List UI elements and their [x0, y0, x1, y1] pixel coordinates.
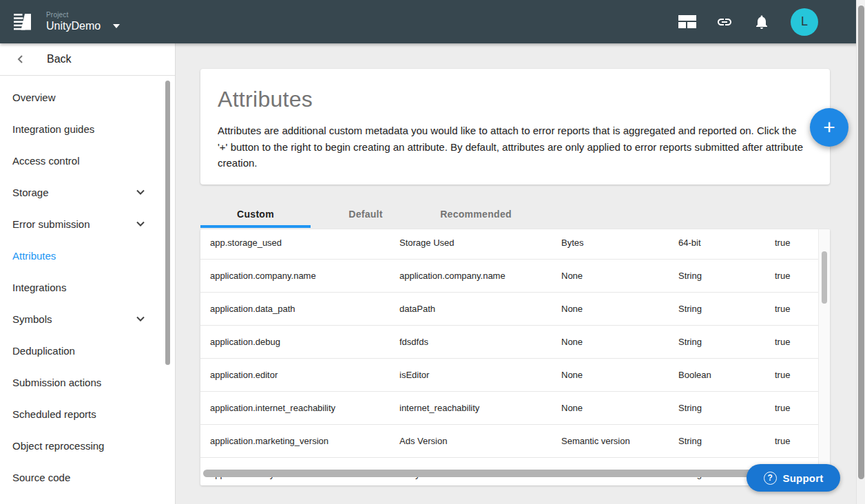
table-scrollbar-track[interactable] — [818, 229, 830, 485]
layout-quilt-icon[interactable] — [679, 14, 696, 30]
table-cell: true — [775, 238, 818, 248]
help-icon: ? — [764, 472, 777, 485]
sidebar-item-label: Overview — [12, 92, 56, 103]
table-cell: None — [561, 337, 678, 347]
table-cell: String — [678, 403, 775, 413]
sidebar-item-access-control[interactable]: Access control — [0, 145, 175, 176]
add-attribute-button[interactable]: + — [810, 108, 848, 147]
table-cell: true — [775, 271, 818, 281]
page-scrollbar-track[interactable] — [856, 0, 865, 504]
table-cell: Boolean — [678, 370, 775, 380]
table-scrollbar-thumb[interactable] — [822, 251, 827, 304]
page-description: Attributes are additional custom metadat… — [218, 123, 804, 171]
sidebar-item-label: Integration guides — [12, 123, 94, 135]
backtrace-logo-icon[interactable] — [10, 10, 35, 34]
table-horizontal-scrollbar-thumb[interactable] — [203, 470, 782, 477]
table-cell: None — [561, 304, 678, 314]
sidebar-item-label: Deduplication — [12, 345, 75, 357]
sidebar-item-storage[interactable]: Storage — [0, 176, 175, 208]
chevron-down-icon — [135, 187, 146, 198]
table-cell: Storage Used — [399, 238, 561, 248]
sidebar-item-integration-guides[interactable]: Integration guides — [0, 113, 175, 145]
link-icon[interactable] — [716, 14, 733, 30]
table-cell: String — [678, 337, 775, 347]
sidebar-item-integrations[interactable]: Integrations — [0, 271, 175, 303]
table-cell: true — [775, 370, 818, 380]
table-row[interactable]: application.internet_reachabilityinterne… — [200, 392, 818, 425]
chevron-down-icon — [113, 24, 120, 28]
table-cell: Bytes — [561, 238, 678, 248]
sidebar-item-overview[interactable]: Overview — [0, 81, 175, 113]
attribute-tabs: CustomDefaultRecommended — [200, 200, 531, 228]
table-cell: application.internet_reachability — [210, 403, 399, 413]
table-row[interactable]: application.debugfdsdfdsNoneStringtrue — [200, 326, 818, 359]
sidebar-item-label: Symbols — [12, 313, 52, 325]
back-label: Back — [47, 53, 72, 65]
table-cell: String — [678, 304, 775, 314]
table-row[interactable]: application.editorisEditorNoneBooleantru… — [200, 359, 818, 392]
table-cell: application.marketing_version — [210, 436, 399, 446]
attributes-table: app.storage_usedStorage UsedBytes64-bitt… — [200, 229, 818, 485]
sidebar-item-submission-actions[interactable]: Submission actions — [0, 366, 175, 398]
tab-recommended[interactable]: Recommended — [421, 200, 531, 228]
table-cell: application.company.name — [210, 271, 399, 281]
sidebar-item-scheduled-reports[interactable]: Scheduled reports — [0, 398, 175, 430]
sidebar-item-label: Storage — [12, 187, 49, 198]
back-button[interactable]: Back — [0, 43, 175, 76]
support-button[interactable]: ? Support — [747, 464, 840, 492]
project-selector[interactable]: Project UnityDemo — [46, 11, 120, 32]
sidebar-item-symbols[interactable]: Symbols — [0, 303, 175, 335]
page-title: Attributes — [218, 87, 812, 112]
sidebar-scrollbar[interactable] — [165, 81, 170, 365]
project-name: UnityDemo — [46, 20, 101, 32]
plus-icon: + — [823, 117, 835, 138]
sidebar-item-label: Object reprocessing — [12, 440, 104, 452]
table-row[interactable]: app.storage_usedStorage UsedBytes64-bitt… — [200, 229, 818, 260]
table-row[interactable]: application.marketing_versionAds Version… — [200, 425, 818, 458]
sidebar-item-attributes[interactable]: Attributes — [0, 240, 175, 271]
sidebar-item-label: Scheduled reports — [12, 408, 96, 420]
table-cell: Ads Version — [399, 436, 561, 446]
table-cell: application.data_path — [210, 304, 399, 314]
sidebar-item-error-submission[interactable]: Error submission — [0, 208, 175, 240]
table-cell: fdsdfds — [399, 337, 561, 347]
bell-icon[interactable] — [753, 14, 770, 30]
tab-label: Recommended — [440, 209, 512, 220]
sidebar-item-label: Submission actions — [12, 377, 101, 388]
table-cell: None — [561, 403, 678, 413]
table-cell: isEditor — [399, 370, 561, 380]
chevron-down-icon — [135, 218, 146, 229]
attributes-header-card: Attributes Attributes are additional cus… — [200, 69, 830, 185]
table-row[interactable]: application.company.nameapplication.comp… — [200, 260, 818, 293]
table-cell: application.editor — [210, 370, 399, 380]
table-cell: app.storage_used — [210, 238, 399, 248]
tab-label: Default — [348, 209, 383, 220]
table-cell: application.company.name — [399, 271, 561, 281]
sidebar-item-source-code[interactable]: Source code — [0, 461, 175, 493]
support-label: Support — [783, 472, 824, 484]
project-label: Project — [46, 11, 120, 19]
table-cell: None — [561, 370, 678, 380]
chevron-left-icon — [15, 54, 26, 65]
table-cell: true — [775, 403, 818, 413]
sidebar-item-deduplication[interactable]: Deduplication — [0, 335, 175, 366]
table-cell: Semantic version — [561, 436, 678, 446]
user-avatar[interactable]: L — [791, 8, 818, 36]
table-cell: true — [775, 304, 818, 314]
table-cell: internet_reachability — [399, 403, 561, 413]
sidebar-nav: OverviewIntegration guidesAccess control… — [0, 76, 175, 493]
tab-custom[interactable]: Custom — [200, 200, 311, 228]
top-bar: Project UnityDemo L — [0, 0, 865, 43]
sidebar-item-label: Source code — [12, 472, 70, 483]
chevron-down-icon — [135, 313, 146, 324]
sidebar-item-object-reprocessing[interactable]: Object reprocessing — [0, 430, 175, 461]
page-scrollbar-thumb[interactable] — [858, 6, 864, 479]
attributes-table-card: app.storage_usedStorage UsedBytes64-bitt… — [200, 229, 830, 485]
table-cell: dataPath — [399, 304, 561, 314]
avatar-letter: L — [801, 14, 808, 29]
settings-sidebar: Back OverviewIntegration guidesAccess co… — [0, 43, 176, 504]
tab-default[interactable]: Default — [311, 200, 421, 228]
table-cell: None — [561, 271, 678, 281]
table-cell: String — [678, 436, 775, 446]
table-row[interactable]: application.data_pathdataPathNoneStringt… — [200, 293, 818, 326]
